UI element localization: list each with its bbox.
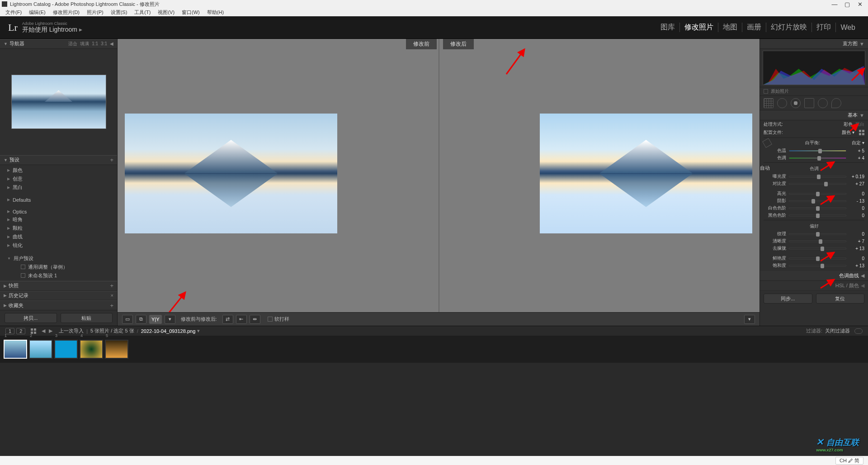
photo-before[interactable]	[125, 114, 337, 233]
menu-file[interactable]: 文件(F)	[2, 9, 25, 16]
slider-thumb[interactable]	[819, 239, 822, 244]
slider-track[interactable]	[789, 193, 846, 195]
slider-色温[interactable]: 色温+ 5	[760, 147, 868, 154]
navigator-thumbnail[interactable]	[0, 49, 117, 155]
presets-header[interactable]: ▼ 预设 +	[0, 155, 117, 165]
filmstrip-thumb[interactable]: 5	[105, 340, 128, 359]
slider-对比度[interactable]: 对比度+ 27	[760, 180, 868, 187]
collections-header[interactable]: ▶ 收藏夹 +	[0, 300, 117, 310]
reset-button[interactable]: 复位	[816, 294, 865, 304]
photo-after[interactable]	[540, 114, 752, 233]
graduated-filter-tool-icon[interactable]	[804, 98, 814, 108]
preset-user-item[interactable]: 通用调整（举例）	[0, 263, 117, 271]
menu-view[interactable]: 视图(V)	[154, 9, 178, 16]
original-photo-row[interactable]: 原始照片	[760, 87, 868, 96]
slider-track[interactable]	[789, 265, 846, 266]
preset-group[interactable]: ▶锐化	[0, 241, 117, 250]
before-after-yy-button[interactable]: Y|Y	[149, 315, 162, 324]
slider-track[interactable]	[789, 208, 846, 209]
minimize-button[interactable]: —	[828, 1, 841, 8]
histogram-header[interactable]: 直方图▼	[760, 39, 868, 49]
paste-button[interactable]: 粘贴	[61, 313, 113, 323]
auto-button[interactable]: 自动	[760, 165, 770, 171]
redeye-tool-icon[interactable]	[791, 98, 801, 108]
slider-曝光度[interactable]: 曝光度+ 0.19	[760, 173, 868, 180]
history-header[interactable]: ▶ 历史记录 ×	[0, 291, 117, 301]
menu-tools[interactable]: 工具(T)	[131, 9, 154, 16]
softproof-checkbox[interactable]: 软打样	[268, 316, 289, 323]
slider-thumb[interactable]	[821, 247, 824, 251]
menu-settings[interactable]: 设置(S)	[107, 9, 131, 16]
close-button[interactable]: ✕	[854, 1, 866, 8]
wb-dropdown[interactable]: 自定 ▾	[852, 140, 864, 146]
plus-icon[interactable]: +	[110, 282, 113, 289]
preset-group[interactable]: ▶黑白	[0, 183, 117, 192]
menu-develop[interactable]: 修改照片(D)	[49, 9, 83, 16]
preset-group[interactable]: ▶曲线	[0, 232, 117, 241]
source-label[interactable]: 上一次导入	[59, 327, 84, 334]
prev-photo-icon[interactable]: ◀	[42, 328, 45, 334]
slider-track[interactable]	[789, 183, 846, 185]
filmstrip-thumb[interactable]: 3	[54, 340, 78, 359]
slider-thumb[interactable]	[817, 175, 821, 179]
preset-group[interactable]: ▶颗粒	[0, 224, 117, 232]
slider-白色色阶[interactable]: 白色色阶0	[760, 204, 868, 212]
slider-track[interactable]	[789, 200, 846, 202]
slider-黑色色阶[interactable]: 黑色色阶0	[760, 212, 868, 219]
copy-button[interactable]: 拷贝...	[5, 313, 57, 323]
slider-高光[interactable]: 高光0	[760, 190, 868, 197]
preset-group[interactable]: ▶颜色	[0, 166, 117, 175]
eyedropper-icon[interactable]	[762, 138, 772, 148]
second-window-2[interactable]: 2	[16, 328, 25, 334]
menu-help[interactable]: 帮助(H)	[203, 9, 227, 16]
slider-thumb[interactable]	[816, 206, 820, 211]
navigator-header[interactable]: ▼ 导航器 适合 填满 1:1 3:1 ◀	[0, 39, 117, 49]
module-web[interactable]: Web	[836, 24, 860, 32]
preset-user-group[interactable]: ▼用户预设	[0, 254, 117, 263]
brush-tool-icon[interactable]	[831, 98, 841, 108]
slider-thumb[interactable]	[811, 199, 815, 204]
basic-panel-header[interactable]: 基本▼	[760, 110, 868, 120]
slider-thumb[interactable]	[817, 156, 821, 161]
slider-track[interactable]	[789, 176, 846, 177]
preset-user-item[interactable]: 未命名预设 1	[0, 271, 117, 280]
compare-view-button[interactable]: ⧉	[136, 315, 146, 324]
clear-icon[interactable]: ×	[111, 293, 113, 298]
slider-纹理[interactable]: 纹理0	[760, 230, 868, 237]
slider-track[interactable]	[789, 241, 846, 242]
slider-阴影[interactable]: 阴影- 13	[760, 197, 868, 204]
ime-indicator[interactable]: CH 🖉 简	[835, 457, 863, 465]
slider-track[interactable]	[789, 157, 846, 159]
profile-dropdown[interactable]: 颜色 ▾	[842, 129, 854, 136]
slider-track[interactable]	[789, 248, 846, 249]
treatment-bw[interactable]: 黑白	[855, 121, 864, 128]
preset-group[interactable]: ▶暗角	[0, 215, 117, 224]
plus-icon[interactable]: +	[110, 302, 113, 309]
chevron-icon[interactable]: ◀	[110, 41, 113, 46]
module-develop[interactable]: 修改照片	[680, 23, 718, 32]
sync-button[interactable]: 同步...	[764, 294, 812, 304]
module-print[interactable]: 打印	[812, 23, 836, 32]
filter-dropdown[interactable]: 关闭过滤器	[825, 327, 850, 334]
brand-main[interactable]: 开始使用 Lightroom ▸	[22, 26, 82, 34]
slider-去朦胧[interactable]: 去朦胧+ 13	[760, 245, 868, 252]
profile-browser-icon[interactable]	[859, 130, 864, 135]
slider-thumb[interactable]	[816, 232, 820, 237]
slider-thumb[interactable]	[818, 149, 822, 153]
crop-tool-icon[interactable]	[764, 98, 774, 108]
filmstrip-thumb[interactable]: 1	[4, 340, 27, 359]
slider-色调[interactable]: 色调+ 4	[760, 154, 868, 161]
slider-鲜艳度[interactable]: 鲜艳度0	[760, 255, 868, 262]
slider-thumb[interactable]	[821, 264, 824, 268]
hsl-header[interactable]: HSL / 颜色◀	[760, 281, 868, 291]
filmstrip-thumb[interactable]: 2	[29, 340, 52, 359]
slider-track[interactable]	[789, 150, 846, 152]
module-slideshow[interactable]: 幻灯片放映	[766, 23, 812, 32]
menu-window[interactable]: 窗口(W)	[178, 9, 203, 16]
snapshots-header[interactable]: ▶ 快照 +	[0, 281, 117, 291]
second-window-1[interactable]: 1	[5, 328, 14, 334]
grid-icon[interactable]	[31, 328, 36, 334]
module-book[interactable]: 画册	[742, 23, 766, 32]
slider-thumb[interactable]	[824, 182, 828, 186]
before-after-dropdown[interactable]: ▾	[165, 315, 175, 324]
